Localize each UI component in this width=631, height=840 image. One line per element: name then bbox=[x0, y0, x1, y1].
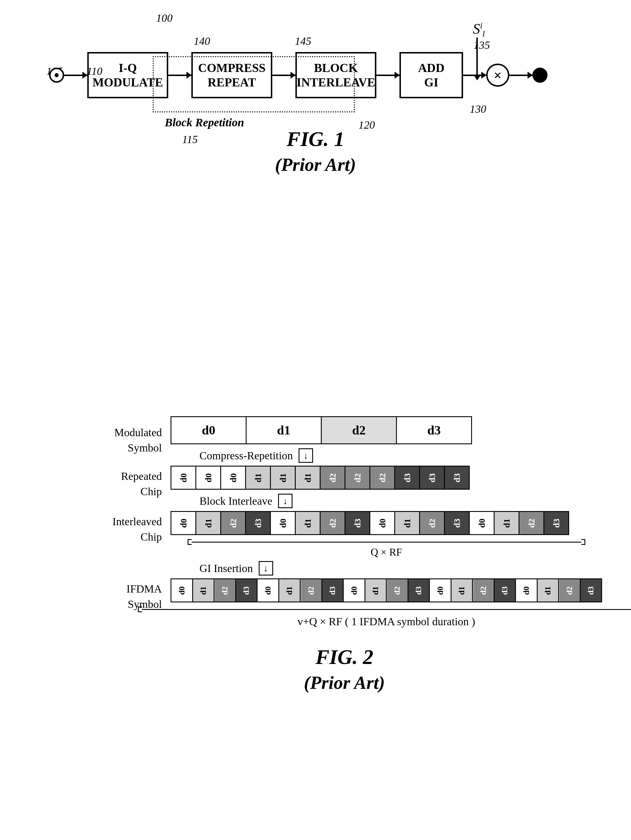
ifdma-symbol-table: d0 d1 d2 d3 d0 d1 d2 d3 d0 d1 d2 d3 d0 d… bbox=[170, 578, 602, 602]
chip-d0-1: d0 bbox=[196, 466, 221, 489]
output-circle bbox=[532, 68, 547, 83]
header-d2: d2 bbox=[322, 417, 397, 444]
ref-100: 100 bbox=[156, 11, 173, 24]
ref-120: 120 bbox=[358, 118, 375, 131]
fig1-area: 100 105 110 140 145 I-Q bbox=[23, 17, 608, 175]
chip-d2-2: d2 bbox=[370, 466, 395, 489]
chip-d2-0: d2 bbox=[320, 466, 345, 489]
block-add-gi: ADD GI bbox=[399, 52, 463, 98]
block-repetition-label: Block Repetition bbox=[165, 115, 244, 129]
gi-arrow: ↓ bbox=[259, 561, 273, 576]
label-interleaved: Interleaved Chip bbox=[87, 514, 162, 545]
chip-d1-1: d1 bbox=[271, 466, 295, 489]
ref-115: 115 bbox=[182, 133, 198, 146]
label-ifdma: IFDMA Symbol bbox=[87, 581, 162, 612]
chip-d3-0: d3 bbox=[395, 466, 420, 489]
chip-d0-2: d0 bbox=[221, 466, 246, 489]
header-d3: d3 bbox=[397, 417, 472, 444]
fig1-caption-sub: (Prior Art) bbox=[23, 154, 608, 175]
modulated-symbol-row: d0 d1 d2 d3 bbox=[170, 416, 472, 444]
signal-line bbox=[476, 38, 478, 75]
ref-110: 110 bbox=[87, 65, 103, 77]
chip-d1-0: d1 bbox=[246, 466, 271, 489]
input-circle bbox=[49, 68, 64, 83]
compress-arrow: ↓ bbox=[298, 448, 313, 463]
label-modulated: Modulated Symbol bbox=[87, 425, 162, 456]
signal-arrow bbox=[474, 75, 481, 81]
header-d0: d0 bbox=[171, 417, 246, 444]
qxrf-label: Q × RF bbox=[371, 546, 402, 558]
multiply-circle: × bbox=[486, 63, 509, 87]
ref-145: 145 bbox=[295, 35, 311, 47]
chip-d3-2: d3 bbox=[445, 466, 469, 489]
compress-repetition-label-row: Compress-Repetition ↓ bbox=[170, 448, 602, 463]
ref-140: 140 bbox=[194, 35, 210, 47]
gi-insertion-label-row: GI Insertion ↓ bbox=[170, 561, 602, 576]
repeated-chip-table: d0 d0 d0 d1 d1 d1 d2 d2 d2 d3 d3 bbox=[170, 466, 470, 489]
fig2-caption-sub: (Prior Art) bbox=[87, 672, 602, 693]
bottom-label: v+Q × RF ( 1 IFDMA symbol duration ) bbox=[297, 615, 475, 628]
fig2-area: Modulated Symbol d0 d1 d2 d3 Compress-Re… bbox=[0, 399, 631, 693]
chip-d3-1: d3 bbox=[420, 466, 445, 489]
interleaved-chip-table: d0 d1 d2 d3 d0 d1 d2 d3 d0 d1 d2 d3 d0 d… bbox=[170, 511, 569, 535]
chip-d2-1: d2 bbox=[345, 466, 370, 489]
block-interleave-label-row: Block Interleave ↓ bbox=[170, 494, 602, 508]
chip-d0-0: d0 bbox=[171, 466, 196, 489]
fig1-caption: FIG. 1 bbox=[23, 127, 608, 151]
fig2-caption: FIG. 2 bbox=[87, 645, 602, 669]
ref-130: 130 bbox=[470, 103, 486, 115]
signal-label-area: Sil135 bbox=[468, 20, 490, 51]
block-repetition-box bbox=[153, 56, 355, 112]
header-d1: d1 bbox=[246, 417, 322, 444]
label-repeated: Repeated Chip bbox=[87, 469, 162, 499]
chip-d1-2: d1 bbox=[295, 466, 320, 489]
block-interleave-arrow: ↓ bbox=[278, 494, 292, 508]
